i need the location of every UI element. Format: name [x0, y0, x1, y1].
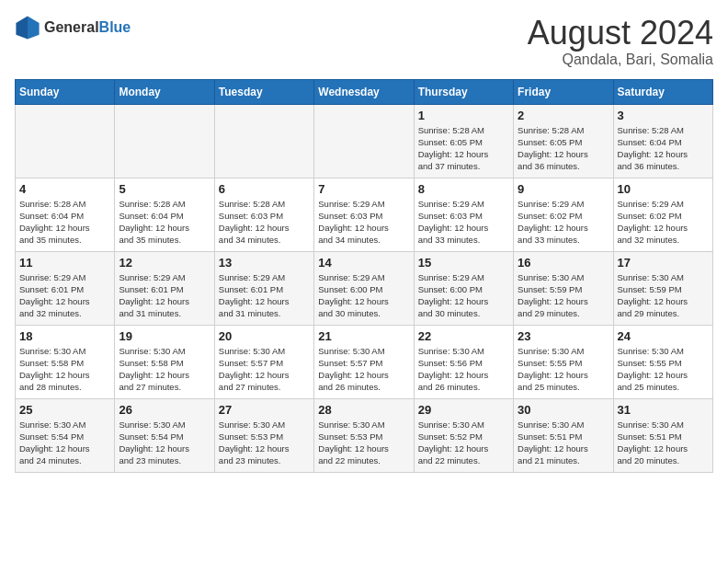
day-info: Sunrise: 5:30 AMSunset: 5:53 PMDaylight:… — [219, 419, 310, 467]
calendar-table: SundayMondayTuesdayWednesdayThursdayFrid… — [15, 79, 713, 473]
calendar-cell — [314, 104, 414, 178]
day-info: Sunrise: 5:29 AMSunset: 6:02 PMDaylight:… — [518, 198, 609, 247]
calendar-week-row: 18Sunrise: 5:30 AMSunset: 5:58 PMDayligh… — [16, 325, 713, 398]
calendar-cell: 1Sunrise: 5:28 AMSunset: 6:05 PMDaylight… — [414, 104, 513, 178]
day-info: Sunrise: 5:30 AMSunset: 5:57 PMDaylight:… — [219, 345, 310, 394]
day-number: 19 — [119, 329, 210, 343]
day-info: Sunrise: 5:29 AMSunset: 6:00 PMDaylight:… — [418, 271, 509, 320]
day-info: Sunrise: 5:30 AMSunset: 5:59 PMDaylight:… — [518, 271, 609, 320]
day-info: Sunrise: 5:30 AMSunset: 5:55 PMDaylight:… — [618, 345, 709, 394]
day-info: Sunrise: 5:30 AMSunset: 5:59 PMDaylight:… — [618, 271, 709, 320]
calendar-cell: 9Sunrise: 5:29 AMSunset: 6:02 PMDaylight… — [514, 178, 613, 251]
day-number: 16 — [518, 256, 609, 270]
day-number: 11 — [19, 256, 110, 270]
day-number: 28 — [318, 403, 409, 417]
calendar-cell — [16, 104, 115, 178]
calendar-cell: 22Sunrise: 5:30 AMSunset: 5:56 PMDayligh… — [414, 325, 513, 398]
day-number: 5 — [119, 182, 210, 196]
calendar-cell: 21Sunrise: 5:30 AMSunset: 5:57 PMDayligh… — [314, 325, 414, 398]
day-number: 31 — [618, 403, 709, 417]
day-number: 7 — [318, 182, 409, 196]
calendar-cell: 4Sunrise: 5:28 AMSunset: 6:04 PMDaylight… — [16, 178, 115, 251]
day-number: 29 — [418, 403, 509, 417]
day-number: 8 — [418, 182, 509, 196]
weekday-header: Sunday — [16, 79, 115, 104]
calendar-cell: 26Sunrise: 5:30 AMSunset: 5:54 PMDayligh… — [115, 398, 214, 472]
day-number: 6 — [219, 182, 310, 196]
weekday-header-row: SundayMondayTuesdayWednesdayThursdayFrid… — [16, 79, 713, 104]
calendar-cell — [115, 104, 214, 178]
day-number: 20 — [219, 329, 310, 343]
calendar-week-row: 25Sunrise: 5:30 AMSunset: 5:54 PMDayligh… — [16, 398, 713, 472]
weekday-header: Saturday — [613, 79, 712, 104]
subtitle: Qandala, Bari, Somalia — [528, 52, 713, 68]
day-number: 25 — [19, 403, 110, 417]
day-number: 26 — [119, 403, 210, 417]
day-number: 4 — [19, 182, 110, 196]
calendar-cell: 10Sunrise: 5:29 AMSunset: 6:02 PMDayligh… — [613, 178, 712, 251]
day-number: 14 — [318, 256, 409, 270]
day-info: Sunrise: 5:28 AMSunset: 6:05 PMDaylight:… — [518, 124, 609, 173]
weekday-header: Friday — [514, 79, 613, 104]
calendar-cell: 8Sunrise: 5:29 AMSunset: 6:03 PMDaylight… — [414, 178, 513, 251]
calendar-cell: 25Sunrise: 5:30 AMSunset: 5:54 PMDayligh… — [16, 398, 115, 472]
calendar-cell: 24Sunrise: 5:30 AMSunset: 5:55 PMDayligh… — [613, 325, 712, 398]
logo-icon — [15, 15, 40, 40]
calendar-cell: 11Sunrise: 5:29 AMSunset: 6:01 PMDayligh… — [16, 251, 115, 325]
calendar-cell: 28Sunrise: 5:30 AMSunset: 5:53 PMDayligh… — [314, 398, 414, 472]
calendar-cell: 19Sunrise: 5:30 AMSunset: 5:58 PMDayligh… — [115, 325, 214, 398]
day-info: Sunrise: 5:30 AMSunset: 5:57 PMDaylight:… — [318, 345, 409, 394]
calendar-cell: 20Sunrise: 5:30 AMSunset: 5:57 PMDayligh… — [214, 325, 313, 398]
day-number: 18 — [19, 329, 110, 343]
day-info: Sunrise: 5:28 AMSunset: 6:05 PMDaylight:… — [418, 124, 509, 173]
day-info: Sunrise: 5:28 AMSunset: 6:03 PMDaylight:… — [219, 198, 310, 247]
page-header: GeneralBlue August 2024 Qandala, Bari, S… — [15, 15, 713, 68]
calendar-cell: 12Sunrise: 5:29 AMSunset: 6:01 PMDayligh… — [115, 251, 214, 325]
day-info: Sunrise: 5:30 AMSunset: 5:52 PMDaylight:… — [418, 419, 509, 467]
day-info: Sunrise: 5:30 AMSunset: 5:51 PMDaylight:… — [618, 419, 709, 467]
day-number: 21 — [318, 329, 409, 343]
day-number: 13 — [219, 256, 310, 270]
day-info: Sunrise: 5:29 AMSunset: 6:01 PMDaylight:… — [119, 271, 210, 320]
calendar-week-row: 4Sunrise: 5:28 AMSunset: 6:04 PMDaylight… — [16, 178, 713, 251]
day-number: 12 — [119, 256, 210, 270]
weekday-header: Tuesday — [214, 79, 313, 104]
main-title: August 2024 — [528, 15, 713, 52]
day-info: Sunrise: 5:29 AMSunset: 6:02 PMDaylight:… — [618, 198, 709, 247]
svg-marker-1 — [28, 16, 40, 39]
calendar-week-row: 11Sunrise: 5:29 AMSunset: 6:01 PMDayligh… — [16, 251, 713, 325]
calendar-cell — [214, 104, 313, 178]
calendar-cell: 15Sunrise: 5:29 AMSunset: 6:00 PMDayligh… — [414, 251, 513, 325]
day-info: Sunrise: 5:30 AMSunset: 5:54 PMDaylight:… — [119, 419, 210, 467]
logo-text: GeneralBlue — [44, 20, 131, 35]
day-info: Sunrise: 5:29 AMSunset: 6:01 PMDaylight:… — [19, 271, 110, 320]
calendar-cell: 2Sunrise: 5:28 AMSunset: 6:05 PMDaylight… — [514, 104, 613, 178]
calendar-cell: 30Sunrise: 5:30 AMSunset: 5:51 PMDayligh… — [514, 398, 613, 472]
weekday-header: Thursday — [414, 79, 513, 104]
day-number: 22 — [418, 329, 509, 343]
day-info: Sunrise: 5:29 AMSunset: 6:03 PMDaylight:… — [318, 198, 409, 247]
day-number: 10 — [618, 182, 709, 196]
day-info: Sunrise: 5:28 AMSunset: 6:04 PMDaylight:… — [119, 198, 210, 247]
day-number: 1 — [418, 109, 509, 122]
day-info: Sunrise: 5:30 AMSunset: 5:56 PMDaylight:… — [418, 345, 509, 394]
calendar-cell: 5Sunrise: 5:28 AMSunset: 6:04 PMDaylight… — [115, 178, 214, 251]
title-area: August 2024 Qandala, Bari, Somalia — [528, 15, 713, 68]
day-number: 30 — [518, 403, 609, 417]
calendar-cell: 23Sunrise: 5:30 AMSunset: 5:55 PMDayligh… — [514, 325, 613, 398]
day-number: 2 — [518, 109, 609, 122]
day-number: 15 — [418, 256, 509, 270]
calendar-cell: 18Sunrise: 5:30 AMSunset: 5:58 PMDayligh… — [16, 325, 115, 398]
day-info: Sunrise: 5:29 AMSunset: 6:01 PMDaylight:… — [219, 271, 310, 320]
calendar-cell: 6Sunrise: 5:28 AMSunset: 6:03 PMDaylight… — [214, 178, 313, 251]
svg-marker-2 — [16, 16, 28, 39]
day-number: 17 — [618, 256, 709, 270]
day-number: 9 — [518, 182, 609, 196]
day-info: Sunrise: 5:30 AMSunset: 5:58 PMDaylight:… — [19, 345, 110, 394]
day-number: 3 — [618, 109, 709, 122]
day-number: 24 — [618, 329, 709, 343]
day-info: Sunrise: 5:30 AMSunset: 5:58 PMDaylight:… — [119, 345, 210, 394]
calendar-cell: 17Sunrise: 5:30 AMSunset: 5:59 PMDayligh… — [613, 251, 712, 325]
day-number: 27 — [219, 403, 310, 417]
calendar-cell: 16Sunrise: 5:30 AMSunset: 5:59 PMDayligh… — [514, 251, 613, 325]
